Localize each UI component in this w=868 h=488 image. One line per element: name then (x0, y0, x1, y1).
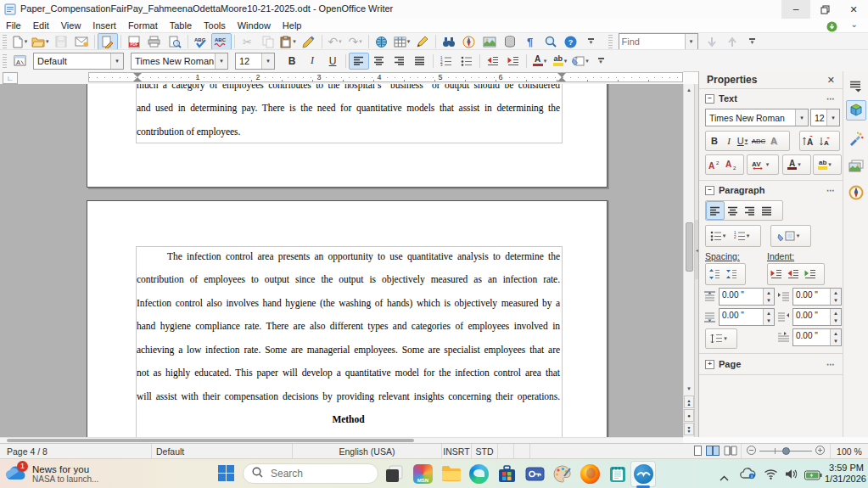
sidebar-font-size-combo[interactable]: 12▾ (810, 109, 840, 126)
find-toolbar-grip[interactable] (608, 35, 613, 48)
sidebar-align-right-button[interactable] (742, 202, 759, 219)
paint-app-icon[interactable] (552, 464, 572, 487)
openoffice-writer-taskbar-icon[interactable] (630, 461, 656, 487)
sidebar-decrease-indent-button[interactable] (785, 266, 802, 283)
vertical-scrollbar[interactable]: ▲ ▼ ▲▲ ● ▼▼ (683, 84, 694, 437)
document-text-line[interactable]: not as highly educated. This paper will … (137, 367, 560, 378)
menu-view[interactable]: View (55, 19, 87, 32)
new-document-button[interactable]: ▾ (9, 33, 30, 50)
sidebar-align-center-button[interactable] (725, 202, 742, 219)
tab-properties[interactable] (846, 100, 866, 121)
document-page-2[interactable]: The infection control area presents an o… (87, 200, 608, 437)
menu-file[interactable]: File (0, 19, 27, 32)
italic-button[interactable]: I (302, 53, 322, 70)
formatting-toolbar-overflow[interactable]: ▼ (591, 53, 611, 69)
before-indent-spinner[interactable]: 0.00 "▲▼ (792, 288, 842, 306)
left-indent-marker[interactable] (133, 73, 142, 81)
find-dropdown-arrow[interactable]: ▾ (685, 34, 697, 49)
document-page-1[interactable]: much a category of employees contributes… (87, 84, 608, 188)
file-explorer-icon[interactable] (441, 464, 462, 486)
size-dropdown-arrow[interactable]: ▾ (261, 53, 274, 69)
status-empty-cell[interactable] (497, 444, 513, 458)
sidebar-close-button[interactable]: ✕ (827, 75, 835, 86)
line-spacing-button[interactable]: ▾ (706, 330, 731, 347)
help-button[interactable]: ? (561, 33, 581, 50)
export-pdf-button[interactable]: PDF (124, 33, 144, 50)
single-page-view-button[interactable] (694, 446, 702, 457)
multi-page-view-button[interactable] (706, 446, 720, 457)
find-combo[interactable]: ▾ (619, 33, 698, 50)
taskbar-clock[interactable]: 3:59 PM 1/31/2026 (825, 463, 864, 485)
print-button[interactable] (144, 33, 165, 50)
find-previous-button[interactable] (722, 33, 742, 50)
document-text-line[interactable]: much a category of employees contributes… (137, 84, 560, 90)
right-indent-marker[interactable] (557, 73, 566, 81)
zoom-slider-thumb[interactable] (782, 447, 790, 455)
find-toolbar-overflow[interactable]: ▼ (742, 34, 763, 49)
document-text-line[interactable]: achieving a low infection rate. Some are… (137, 345, 560, 355)
draw-functions-button[interactable] (412, 33, 433, 50)
page-preview-button[interactable] (165, 33, 185, 50)
tab-type-corner-button[interactable]: ∟ (3, 72, 18, 84)
spinner-arrows[interactable]: ▲▼ (830, 329, 841, 345)
menu-insert[interactable]: Insert (87, 19, 122, 32)
menu-table[interactable]: Table (164, 19, 198, 32)
edge-browser-icon[interactable] (469, 464, 489, 484)
paragraph-style-combo[interactable]: Default▾ (33, 53, 124, 70)
section-menu-button[interactable]: ⋯ (826, 94, 836, 104)
menu-format[interactable]: Format (122, 19, 164, 32)
book-view-button[interactable] (724, 446, 737, 457)
copy-button[interactable] (258, 33, 278, 50)
task-view-button[interactable] (384, 464, 404, 487)
spinner-arrows[interactable]: ▲▼ (763, 309, 774, 325)
notepad-app-icon[interactable] (608, 464, 627, 487)
menu-window[interactable]: Window (232, 19, 277, 32)
zoom-in-button[interactable] (815, 446, 825, 457)
open-button[interactable]: ▾ (30, 33, 51, 50)
sidebar-font-name-combo[interactable]: Times New Roman▾ (705, 109, 809, 126)
document-text-line[interactable]: hand hygiene compliance rate. There are … (137, 321, 560, 331)
spellcheck-button[interactable]: ABC (191, 33, 211, 50)
align-left-button[interactable] (349, 53, 369, 70)
formatting-marks-button[interactable]: ¶ (520, 33, 540, 50)
wifi-tray-icon[interactable] (764, 468, 778, 483)
decrease-font-button[interactable]: A (817, 132, 834, 149)
increase-spacing-button[interactable] (706, 266, 723, 283)
volume-tray-icon[interactable] (785, 468, 798, 483)
zoom-button[interactable] (540, 33, 561, 50)
horizontal-scrollbar[interactable] (0, 437, 683, 443)
document-workspace[interactable]: much a category of employees contributes… (0, 84, 683, 437)
document-text-line[interactable]: will assist with their compensation deci… (137, 391, 560, 401)
sidebar-underline-button[interactable]: U▾ (735, 132, 750, 149)
previous-page-button[interactable]: ▲▲ (684, 395, 694, 408)
text-section-header[interactable]: − Text ⋯ (699, 92, 843, 105)
expand-section-icon[interactable]: + (705, 360, 714, 369)
taskbar-search-box[interactable] (243, 463, 378, 484)
status-page-indicator[interactable]: Page 4 / 8 (0, 446, 151, 457)
section-menu-button[interactable]: ⋯ (826, 360, 836, 369)
microsoft-store-icon[interactable] (497, 464, 517, 487)
onedrive-tray-icon[interactable]: i (740, 468, 756, 483)
format-paintbrush-button[interactable] (299, 33, 319, 50)
document-text-line[interactable]: Infection control also involves hand hyg… (137, 298, 560, 308)
paragraph-section-header[interactable]: − Paragraph ⋯ (699, 183, 843, 197)
paste-button[interactable]: ▾ (278, 33, 299, 50)
sidebar-font-dropdown[interactable]: ▾ (795, 109, 808, 126)
style-dropdown-arrow[interactable]: ▾ (110, 53, 123, 69)
email-document-button[interactable] (71, 33, 92, 50)
align-right-button[interactable] (389, 53, 410, 70)
menu-help[interactable]: Help (277, 19, 308, 32)
paragraph-background-button[interactable]: ▾ (771, 227, 805, 244)
vertical-scrollbar-thumb[interactable] (686, 222, 693, 272)
battery-tray-icon[interactable] (804, 468, 822, 484)
above-spacing-spinner[interactable]: 0.00 "▲▼ (719, 288, 775, 306)
status-empty-cell[interactable] (513, 444, 529, 458)
sidebar-numbered-list-button[interactable]: 12▾ (730, 227, 753, 244)
firefox-browser-icon[interactable] (580, 464, 600, 484)
bold-button[interactable]: B (282, 53, 302, 70)
subscript-button[interactable]: A2 (723, 156, 740, 173)
save-button[interactable] (51, 33, 71, 50)
toolbar-grip[interactable] (3, 35, 7, 48)
sidebar-shadow-button[interactable]: A (767, 132, 781, 149)
menu-edit[interactable]: Edit (27, 19, 55, 32)
